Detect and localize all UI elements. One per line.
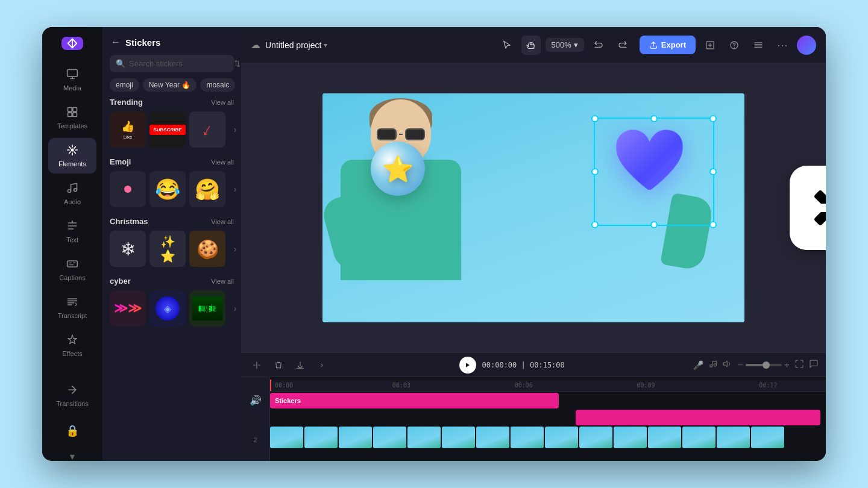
trending-title: Trending — [110, 98, 143, 107]
video-thumb-11 — [614, 427, 647, 448]
cursor-tool-button[interactable] — [497, 36, 517, 55]
vol-plus[interactable]: + — [784, 360, 790, 371]
handle-top-right[interactable] — [709, 115, 717, 122]
cyber-view-all[interactable]: View all — [211, 278, 234, 285]
sticker-hug[interactable]: 🤗 — [189, 171, 225, 207]
search-bar: 🔍 ⇅ — [110, 55, 234, 72]
tracks-area: 00:00 00:03 00:06 00:09 00:12 Stickers — [270, 377, 826, 461]
sidebar-item-media[interactable]: Media — [48, 62, 96, 98]
sidebar-item-audio[interactable]: Audio — [48, 176, 96, 211]
comment-button[interactable] — [809, 359, 819, 371]
panel-back-button[interactable]: ← — [111, 37, 121, 48]
trending-more[interactable]: › — [229, 111, 241, 148]
sticker-dot[interactable] — [110, 171, 146, 207]
zoom-control[interactable]: 500% ▾ — [546, 38, 584, 52]
canvas-area[interactable]: ⭐ 💙 — [241, 63, 826, 352]
sticker-cyber3[interactable]: ▓▒░▓▒ — [189, 290, 225, 327]
trending-view-all[interactable]: View all — [211, 99, 234, 106]
video-track — [270, 427, 826, 448]
sticker-xmas-stars[interactable]: ✨⭐ — [149, 231, 186, 267]
timeline-download-button[interactable] — [292, 357, 309, 374]
sort-icon[interactable]: ⇅ — [234, 59, 241, 68]
sticker-xmas-gingerbread[interactable]: 🍪 — [189, 231, 225, 267]
timeline-expand-button[interactable]: › — [313, 357, 330, 374]
sidebar-item-captions[interactable]: Captions — [48, 252, 96, 287]
cyber-more[interactable]: › — [229, 290, 241, 327]
christmas-view-all[interactable]: View all — [211, 218, 234, 225]
timeline-toolbar: › 00:00:00 | 00:15:00 🎤 — [241, 353, 826, 377]
svg-rect-5 — [73, 113, 77, 117]
handle-left-middle[interactable] — [591, 168, 599, 175]
handle-bottom-left[interactable] — [591, 221, 599, 228]
handle-bottom-right[interactable] — [709, 221, 717, 228]
zoom-level: 500% — [552, 40, 571, 49]
christmas-more[interactable]: › — [229, 231, 241, 267]
project-name[interactable]: Untitled project ▾ — [265, 40, 327, 50]
volume-button[interactable] — [723, 359, 732, 371]
section-trending: Trending View all 👍 Like SUBSCRIBE ↓ — [110, 98, 234, 148]
video-strip — [270, 427, 826, 448]
app-logo[interactable] — [61, 37, 83, 50]
sidebar-item-lock[interactable]: 🔒 — [48, 418, 96, 443]
more-options-button[interactable]: ⋯ — [773, 36, 792, 55]
panel-header: ← Stickers — [102, 27, 241, 55]
emoji-title: Emoji — [110, 157, 131, 166]
sticker-like[interactable]: 👍 Like — [110, 111, 146, 148]
sidebar-item-effects[interactable]: Effects — [48, 328, 96, 363]
timeline-split-button[interactable] — [248, 357, 265, 374]
handle-top-left[interactable] — [591, 115, 599, 122]
vol-minus[interactable]: − — [737, 360, 743, 371]
layers-icon-button[interactable] — [749, 36, 768, 55]
sticker-clip-1[interactable]: Stickers — [270, 393, 559, 408]
handle-top-middle[interactable] — [650, 115, 658, 122]
svg-point-6 — [71, 149, 74, 152]
mic-button[interactable]: 🎤 — [693, 360, 703, 370]
export-label: Export — [661, 40, 686, 49]
sticker-cyber1[interactable]: ≫≫ — [110, 290, 146, 327]
cyber-title: cyber — [110, 277, 131, 286]
video-thumb-15 — [751, 427, 784, 448]
transitions-icon — [66, 384, 78, 398]
fullscreen-button[interactable] — [794, 359, 804, 371]
watermark-logo — [790, 166, 826, 250]
save-icon-button[interactable] — [700, 36, 720, 55]
tag-emoji[interactable]: emoji — [110, 78, 139, 92]
sticker-laugh[interactable]: 😂 — [149, 171, 186, 207]
tag-mosaic[interactable]: mosaic — [200, 78, 235, 92]
timeline-right-controls: 🎤 − + — [693, 359, 819, 371]
undo-button[interactable] — [589, 36, 608, 55]
emoji-view-all[interactable]: View all — [211, 158, 234, 166]
export-button[interactable]: Export — [640, 36, 696, 54]
sticker-xmas-snowflake[interactable]: ❄ — [110, 231, 146, 267]
tag-newyear[interactable]: New Year 🔥 — [143, 78, 197, 92]
playhead — [270, 380, 271, 391]
tags-row: emoji New Year 🔥 mosaic — [102, 78, 241, 98]
sidebar-label-templates: Templates — [57, 122, 87, 130]
sidebar-item-collapse[interactable]: ▼ — [48, 446, 96, 461]
handle-right-middle[interactable] — [709, 168, 717, 175]
hand-tool-button[interactable] — [521, 36, 541, 55]
sticker-arrow[interactable]: ↓ — [189, 111, 225, 148]
sidebar-item-transcript[interactable]: Transcript — [48, 290, 96, 325]
sidebar-item-text[interactable]: Text — [48, 214, 96, 249]
emoji-more[interactable]: › — [229, 171, 241, 207]
play-button[interactable] — [459, 357, 476, 374]
sticker-cyber2[interactable]: ◈ — [149, 290, 186, 327]
sidebar-item-elements[interactable]: Elements — [48, 138, 96, 174]
sidebar-item-transitions[interactable]: Transitions — [48, 378, 96, 413]
help-icon-button[interactable] — [725, 36, 744, 55]
trending-header: Trending View all — [110, 98, 234, 107]
sticker-subscribe[interactable]: SUBSCRIBE — [149, 111, 186, 148]
sticker-clip-2[interactable] — [576, 410, 820, 425]
handle-bottom-middle[interactable] — [650, 221, 658, 228]
timeline-delete-button[interactable] — [270, 357, 287, 374]
sticker-star-ball[interactable]: ⭐ — [371, 142, 431, 202]
cyber-header: cyber View all — [110, 277, 234, 286]
panel-title: Stickers — [125, 37, 160, 48]
sidebar-item-templates[interactable]: Templates — [48, 100, 96, 136]
sidebar-label-media: Media — [63, 84, 81, 92]
redo-button[interactable] — [613, 36, 632, 55]
search-input[interactable] — [129, 59, 230, 68]
music-button[interactable] — [708, 359, 718, 371]
user-avatar[interactable] — [797, 36, 816, 55]
